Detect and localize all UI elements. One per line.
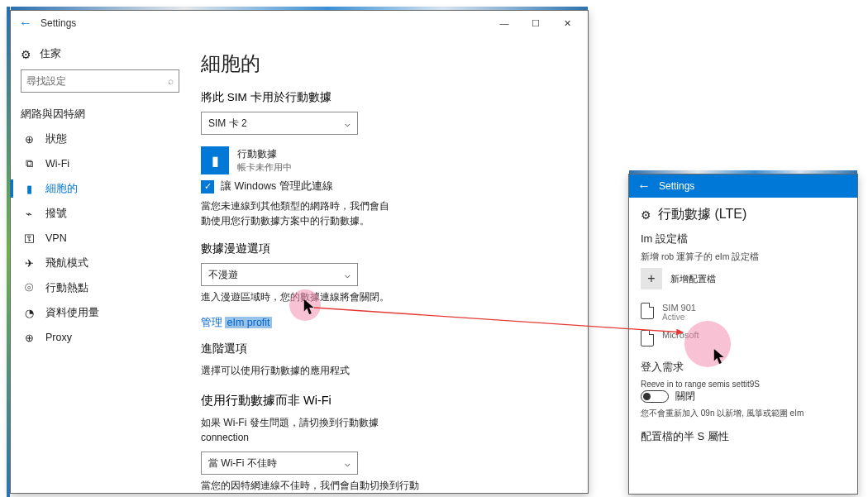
signin-toggle-block: Reeve in to range semis settit9S 關閉 (641, 380, 846, 403)
plus-icon: + (641, 268, 662, 289)
signal-icon: ▮ (201, 146, 229, 174)
profile-status: Active (662, 313, 696, 322)
minimize-button[interactable]: — (489, 12, 520, 35)
window-accent-strip (11, 7, 588, 10)
settings-window-lte: ← Settings 行動數據 (LTE) Im 設定檔 新增 rob 運算子的… (628, 174, 858, 495)
nav-vpn[interactable]: ⚿VPN (21, 226, 179, 251)
wifi-icon: ⧉ (22, 157, 36, 170)
cellular-tile-sub: 帳卡未作用中 (237, 161, 292, 174)
nav-proxy[interactable]: ⊕Proxy (21, 325, 179, 350)
add-profile-button[interactable]: + 新增配置檔 (641, 268, 846, 289)
wifi-desc-bottom: 當您的因特網連線不佳時，我們會自動切換到行動數據 Wi-Fi 這會使用您的行動數… (201, 478, 424, 493)
nav-datausage[interactable]: ◔資料使用量 (21, 300, 179, 325)
toggle-caption: Reeve in to range semis settit9S (641, 380, 846, 389)
page-title-row: 行動數據 (LTE) (641, 206, 846, 223)
vpn-icon: ⚿ (22, 232, 36, 245)
page-title: 行動數據 (LTE) (658, 206, 746, 223)
wifi-section-label: 使用行動數據而非 Wi-Fi (201, 393, 571, 409)
gear-icon (641, 208, 651, 222)
checkbox-checked-icon[interactable]: ✓ (201, 180, 214, 194)
home-label: 住家 (40, 47, 61, 61)
window-accent-strip (629, 170, 857, 174)
nav-dialup[interactable]: ⌁撥號 (21, 201, 179, 226)
page-title: 細胞的 (201, 50, 571, 77)
cellular-icon: ▮ (22, 183, 36, 195)
titlebar: ← Settings (629, 174, 857, 198)
dialup-icon: ⌁ (22, 208, 36, 220)
airplane-icon: ✈ (22, 257, 36, 270)
highlight-dot-right (684, 321, 731, 367)
toggle-state: 關閉 (675, 390, 695, 403)
nav-status[interactable]: ⊕狀態 (21, 127, 179, 151)
maximize-button[interactable]: ☐ (520, 12, 551, 35)
sim-card-icon (641, 303, 654, 319)
checkbox-label: 讓 Windows 管理此連線 (221, 179, 333, 194)
titlebar: ← Settings — ☐ ✕ (11, 11, 588, 36)
home-row[interactable]: 住家 (21, 42, 179, 69)
main-panel: 細胞的 將此 SIM 卡用於行動數據 SIM 卡 2 ▮ 行動數據 帳卡未作用中… (189, 36, 588, 493)
cellular-tile-title: 行動數據 (237, 147, 292, 161)
back-button[interactable]: ← (634, 176, 654, 196)
sim-dropdown[interactable]: SIM 卡 2 (201, 112, 358, 135)
selected-text: eIm profit (225, 317, 271, 328)
nav-airplane[interactable]: ✈飛航模式 (21, 251, 179, 275)
profile-props-heading: 配置檔的半 S 屬性 (641, 429, 846, 444)
settings-window-cellular: ← Settings — ☐ ✕ 住家 尋找設定 網路與因特網 ⊕狀態 ⧉Wi-… (10, 10, 589, 494)
auto-description: 當您未連線到其他類型的網路時，我們會自動使用您行動數據方案中的行動數據。 (201, 198, 391, 228)
signin-toggle[interactable] (641, 390, 669, 403)
data-usage-icon: ◔ (22, 307, 36, 319)
signin-heading: 登入需求 (641, 360, 846, 375)
sim-section-label: 將此 SIM 卡用於行動數據 (201, 90, 571, 105)
window-accent-strip-left (7, 7, 10, 497)
status-icon: ⊕ (22, 133, 36, 146)
main-panel: 行動數據 (LTE) Im 設定檔 新增 rob 運算子的 eIm 設定檔 + … (629, 198, 857, 444)
nav-wifi[interactable]: ⧉Wi-Fi (21, 151, 179, 176)
highlight-dot-left (289, 289, 321, 321)
roaming-label: 數據漫遊選項 (201, 241, 571, 256)
nav-cellular[interactable]: ▮細胞的 (21, 176, 179, 201)
search-placeholder: 尋找設定 (26, 74, 66, 88)
proxy-icon: ⊕ (22, 332, 36, 344)
advanced-label[interactable]: 進階選項 (201, 342, 571, 356)
profile-name: SIM 901 (662, 303, 696, 313)
roaming-dropdown[interactable]: 不漫遊 (201, 263, 358, 286)
nav-hotspot[interactable]: ⦾行動熱點 (21, 275, 179, 300)
advanced-description: 選擇可以使用行動數據的應用程式 (201, 363, 391, 378)
sim-card-icon (641, 330, 654, 346)
window-title: Settings (41, 17, 76, 29)
cellular-status-tile[interactable]: ▮ 行動數據 帳卡未作用中 (201, 146, 571, 174)
profile-item-sim901[interactable]: SIM 901 Active (641, 301, 846, 323)
profiles-sub: 新增 rob 運算子的 eIm 設定檔 (641, 251, 846, 263)
hotspot-icon: ⦾ (22, 281, 36, 294)
wifi-desc-top: 如果 Wi-Fi 發生問題，請切換到行動數據 connection (201, 415, 416, 445)
back-button[interactable]: ← (16, 13, 36, 33)
close-button[interactable]: ✕ (551, 12, 583, 35)
add-profile-label: 新增配置檔 (670, 273, 716, 285)
wifi-fallback-dropdown[interactable]: 當 Wi-Fi 不佳時 (201, 452, 358, 475)
profiles-heading: Im 設定檔 (641, 232, 846, 246)
search-input[interactable]: 尋找設定 (21, 69, 179, 93)
signin-note: 您不會重新加入 09n 以新增, 風箏或範圍 eIm (641, 408, 823, 419)
sidebar: 住家 尋找設定 網路與因特網 ⊕狀態 ⧉Wi-Fi ▮細胞的 ⌁撥號 ⚿VPN … (11, 36, 189, 493)
window-title: Settings (659, 180, 694, 192)
profile-item-microsoft[interactable]: Microsoft (641, 328, 846, 348)
nav-header: 網路與因特網 (21, 108, 179, 122)
gear-icon (21, 48, 31, 61)
manage-connection-checkbox-row[interactable]: ✓ 讓 Windows 管理此連線 (201, 179, 571, 194)
search-icon (168, 75, 174, 87)
manage-profiles-link[interactable]: 管理 eIm profit (201, 316, 272, 330)
